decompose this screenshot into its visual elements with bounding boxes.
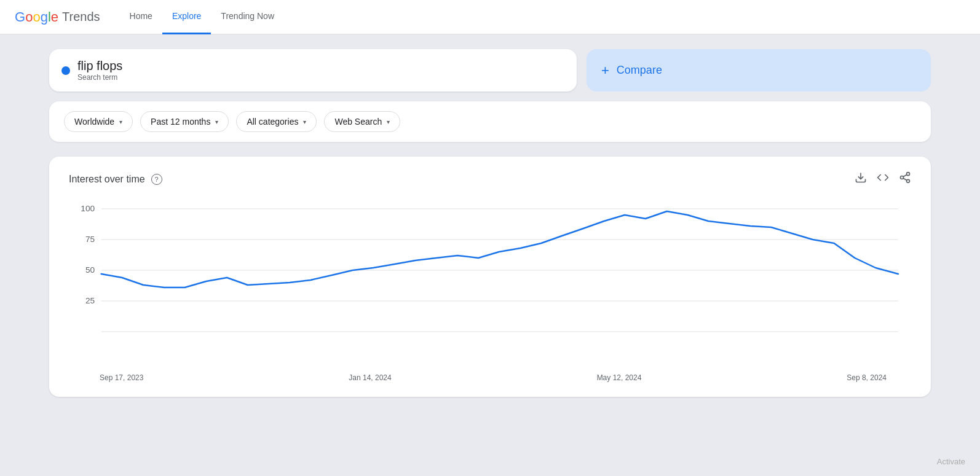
main-content: flip flops Search term + Compare Worldwi… bbox=[0, 34, 980, 412]
search-text-group: flip flops Search term bbox=[77, 59, 122, 82]
svg-point-3 bbox=[907, 179, 910, 182]
chevron-down-icon: ▾ bbox=[119, 119, 122, 125]
svg-line-4 bbox=[903, 178, 907, 180]
main-nav: Home Explore Trending Now bbox=[120, 0, 284, 34]
search-term: flip flops bbox=[77, 59, 122, 73]
download-button[interactable] bbox=[855, 171, 867, 187]
nav-trending[interactable]: Trending Now bbox=[211, 0, 284, 34]
search-box[interactable]: flip flops Search term bbox=[49, 49, 577, 92]
filter-time[interactable]: Past 12 months ▾ bbox=[140, 111, 229, 132]
x-label-sep23: Sep 17, 2023 bbox=[100, 373, 143, 382]
svg-text:100: 100 bbox=[81, 204, 95, 213]
x-label-may24: May 12, 2024 bbox=[597, 373, 642, 382]
filter-category-label: All categories bbox=[247, 117, 298, 127]
svg-point-2 bbox=[901, 176, 904, 179]
logo: Google Trends bbox=[15, 9, 100, 25]
filter-search-type[interactable]: Web Search ▾ bbox=[324, 111, 400, 132]
nav-explore[interactable]: Explore bbox=[162, 0, 211, 34]
compare-plus-icon: + bbox=[601, 63, 609, 79]
search-type: Search term bbox=[77, 73, 122, 82]
filter-time-label: Past 12 months bbox=[151, 117, 210, 127]
chart-container: 100 75 50 25 bbox=[69, 197, 911, 371]
chevron-down-icon: ▾ bbox=[215, 119, 218, 125]
x-labels: Sep 17, 2023 Jan 14, 2024 May 12, 2024 S… bbox=[69, 371, 911, 382]
compare-box[interactable]: + Compare bbox=[587, 49, 931, 92]
compare-label: Compare bbox=[617, 64, 662, 77]
chart-card: Interest over time ? bbox=[49, 157, 931, 397]
x-label-sep24: Sep 8, 2024 bbox=[847, 373, 887, 382]
svg-line-5 bbox=[903, 174, 907, 176]
svg-text:50: 50 bbox=[85, 265, 95, 275]
svg-text:25: 25 bbox=[85, 296, 95, 305]
header: Google Trends Home Explore Trending Now bbox=[0, 0, 980, 34]
svg-point-1 bbox=[907, 173, 910, 176]
google-logo: Google bbox=[15, 9, 58, 25]
svg-text:75: 75 bbox=[85, 235, 95, 244]
nav-home[interactable]: Home bbox=[120, 0, 162, 34]
chart-title: Interest over time bbox=[69, 174, 145, 185]
trends-logo-text: Trends bbox=[62, 10, 100, 24]
chart-title-group: Interest over time ? bbox=[69, 174, 162, 185]
activate-watermark: Activate bbox=[937, 457, 965, 466]
trend-chart: 100 75 50 25 bbox=[69, 197, 911, 369]
embed-button[interactable] bbox=[877, 171, 889, 187]
filter-category[interactable]: All categories ▾ bbox=[236, 111, 317, 132]
filters-row: Worldwide ▾ Past 12 months ▾ All categor… bbox=[49, 101, 931, 142]
filter-search-type-label: Web Search bbox=[334, 117, 382, 127]
search-row: flip flops Search term + Compare bbox=[49, 49, 931, 92]
filter-location-label: Worldwide bbox=[74, 117, 114, 127]
share-button[interactable] bbox=[899, 171, 911, 187]
chevron-down-icon: ▾ bbox=[303, 119, 306, 125]
help-icon[interactable]: ? bbox=[151, 174, 162, 185]
filter-location[interactable]: Worldwide ▾ bbox=[64, 111, 133, 132]
search-dot-indicator bbox=[61, 66, 70, 75]
chevron-down-icon: ▾ bbox=[387, 119, 390, 125]
chart-header: Interest over time ? bbox=[69, 171, 911, 187]
chart-actions bbox=[855, 171, 911, 187]
x-label-jan24: Jan 14, 2024 bbox=[349, 373, 391, 382]
